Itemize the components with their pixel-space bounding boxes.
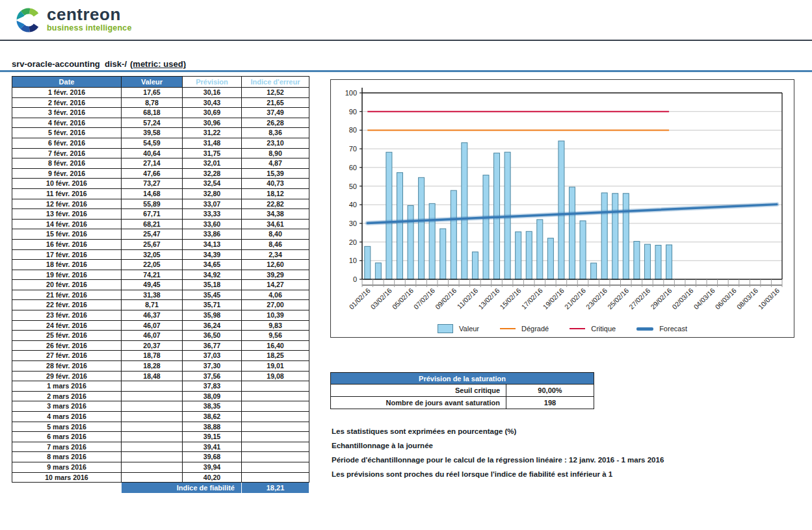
table-row: 16 févr. 201625,6734,138,46 <box>12 239 309 249</box>
date-cell: 16 févr. 2016 <box>12 239 122 249</box>
prevision-cell: 31,22 <box>183 128 242 138</box>
prevision-cell: 37,30 <box>183 361 242 372</box>
valeur-cell: 18,48 <box>122 371 183 381</box>
valeur-cell: 46,37 <box>122 310 183 321</box>
table-row: 9 mars 201639,94 <box>12 462 309 472</box>
date-cell: 28 févr. 2016 <box>12 361 122 372</box>
svg-text:11/02/16: 11/02/16 <box>456 286 480 310</box>
chart-legend: ValeurDégradéCritiqueForecast <box>331 324 794 333</box>
indice-cell: 19,01 <box>242 361 309 372</box>
brand-name: centreon <box>47 5 132 23</box>
legend-item-critique: Critique <box>570 325 616 333</box>
date-cell: 15 févr. 2016 <box>12 229 122 240</box>
svg-text:15/02/16: 15/02/16 <box>498 286 522 310</box>
prevision-cell: 36,24 <box>183 320 242 331</box>
date-cell: 29 févr. 2016 <box>12 371 122 381</box>
svg-text:10: 10 <box>349 257 357 264</box>
indice-cell: 8,36 <box>242 128 309 138</box>
date-cell: 3 mars 2016 <box>12 401 122 412</box>
table-row: 19 févr. 201674,2134,9239,29 <box>12 270 309 280</box>
indice-cell <box>242 472 309 483</box>
prevision-cell: 39,15 <box>183 432 242 442</box>
saturation-table: Prévision de la saturation Seuil critiqu… <box>330 372 594 409</box>
valeur-cell: 18,78 <box>122 351 183 361</box>
date-cell: 1 mars 2016 <box>12 381 122 392</box>
valeur-cell: 46,07 <box>122 320 183 331</box>
indice-cell: 39,29 <box>242 270 309 280</box>
prevision-cell: 38,88 <box>183 422 242 432</box>
valeur-cell: 27,14 <box>122 158 183 169</box>
indice-cell: 34,61 <box>242 219 309 229</box>
indice-cell: 2,34 <box>242 249 309 260</box>
date-cell: 5 mars 2016 <box>12 422 122 432</box>
prevision-cell: 34,39 <box>183 249 242 260</box>
indice-cell: 27,00 <box>242 300 309 310</box>
legend-line-icon <box>636 327 653 331</box>
table-row: 6 mars 201639,15 <box>12 432 309 442</box>
indice-cell: 8,90 <box>242 148 309 158</box>
indice-cell: 34,38 <box>242 209 309 220</box>
date-cell: 4 mars 2016 <box>12 412 122 422</box>
prevision-cell: 36,50 <box>183 331 242 341</box>
prevision-cell: 38,09 <box>183 391 242 401</box>
table-row: 3 mars 201638,35 <box>12 401 309 412</box>
date-cell: 6 févr. 2016 <box>12 138 122 148</box>
indice-cell: 12,60 <box>242 260 309 270</box>
valeur-cell: 14,68 <box>122 188 183 199</box>
date-cell: 26 févr. 2016 <box>12 340 122 351</box>
table-row: 1 mars 201637,83 <box>12 381 309 392</box>
svg-text:80: 80 <box>349 126 357 134</box>
svg-text:02/03/16: 02/03/16 <box>670 286 694 310</box>
indice-cell: 8,40 <box>242 229 309 240</box>
footer-blank-cell <box>12 483 122 494</box>
svg-text:25/02/16: 25/02/16 <box>606 286 630 310</box>
legend-label: Valeur <box>459 325 479 333</box>
valeur-cell <box>122 422 183 432</box>
prevision-cell: 34,92 <box>183 270 242 280</box>
table-row: 12 févr. 201655,8933,0722,82 <box>12 199 309 209</box>
valeur-cell: 49,45 <box>122 280 183 290</box>
svg-text:20: 20 <box>349 238 357 246</box>
valeur-cell <box>122 412 183 422</box>
legend-item-dgrad: Dégradé <box>500 325 549 333</box>
report-title-main: srv-oracle-accounting disk-/ <box>12 59 127 69</box>
indice-cell <box>242 442 309 452</box>
svg-text:13/02/16: 13/02/16 <box>477 286 501 310</box>
date-cell: 20 févr. 2016 <box>12 280 122 290</box>
indice-cell: 40,73 <box>242 179 309 189</box>
valeur-cell: 32,05 <box>122 249 183 260</box>
svg-text:10/03/16: 10/03/16 <box>757 286 781 310</box>
table-row: 7 févr. 201640,6431,758,90 <box>12 148 309 158</box>
indice-cell: 9,83 <box>242 320 309 331</box>
table-row: 22 févr. 20168,7135,7127,00 <box>12 300 309 310</box>
table-row: 15 févr. 201625,4733,868,40 <box>12 229 309 240</box>
table-row: 20 févr. 201649,4535,1814,27 <box>12 280 309 290</box>
date-cell: 11 févr. 2016 <box>12 188 122 199</box>
table-row: 21 févr. 201631,3835,454,06 <box>12 290 309 300</box>
prevision-cell: 33,60 <box>183 219 242 229</box>
svg-text:70: 70 <box>349 145 357 153</box>
valeur-cell: 46,07 <box>122 331 183 341</box>
note-line: Période d'échantillonnage pour le calcul… <box>332 453 664 467</box>
legend-label: Critique <box>591 325 616 333</box>
table-row: 17 févr. 201632,0534,392,34 <box>12 249 309 260</box>
critical-threshold-label: Seuil critique <box>331 385 506 397</box>
prevision-cell: 32,54 <box>183 179 242 189</box>
table-row: 24 févr. 201646,0736,249,83 <box>12 320 309 331</box>
table-row: 7 mars 201639,41 <box>12 442 309 452</box>
prevision-cell: 34,65 <box>183 260 242 270</box>
legend-item-forecast: Forecast <box>636 325 687 333</box>
prevision-cell: 36,77 <box>183 340 242 351</box>
table-row: 6 févr. 201654,5931,4823,10 <box>12 138 309 148</box>
indice-cell: 19,08 <box>242 371 309 381</box>
prevision-cell: 31,48 <box>183 138 242 148</box>
valeur-cell <box>122 442 183 452</box>
indice-cell <box>242 381 309 392</box>
svg-text:0: 0 <box>353 275 357 283</box>
prevision-cell: 35,71 <box>183 300 242 310</box>
svg-text:100: 100 <box>345 89 357 97</box>
svg-text:08/03/16: 08/03/16 <box>735 286 759 310</box>
prevision-cell: 37,83 <box>183 381 242 392</box>
prevision-cell: 35,98 <box>183 310 242 321</box>
indice-cell: 12,52 <box>242 88 309 98</box>
